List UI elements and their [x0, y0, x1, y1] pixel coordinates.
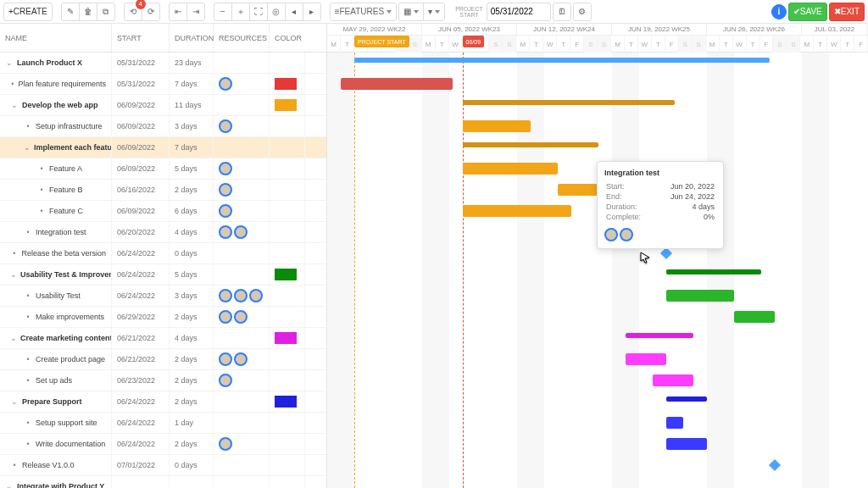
task-bar[interactable] — [666, 438, 707, 450]
table-row[interactable]: ⌄Develop the web app06/09/202211 days — [0, 95, 326, 116]
settings-button[interactable]: ⚙ — [573, 3, 592, 21]
avatar-icon — [234, 310, 248, 324]
col-duration[interactable]: DURATION — [170, 24, 214, 52]
task-bar[interactable] — [558, 184, 598, 196]
day-cell: T — [747, 36, 760, 53]
cell-duration: 0 days — [170, 243, 214, 263]
save-button[interactable]: ✔ SAVE — [788, 3, 827, 21]
task-bar[interactable] — [666, 290, 734, 302]
table-row[interactable]: •Create product page06/21/20222 days — [0, 349, 326, 370]
day-cell: T — [720, 36, 733, 53]
table-row[interactable]: ⌄Usability Test & Improvement06/24/20225… — [0, 264, 326, 286]
summary-bar[interactable] — [666, 396, 707, 402]
table-row[interactable]: ⌄Launch Product X05/31/202223 days — [0, 53, 326, 74]
day-cell: M — [327, 36, 341, 53]
table-row[interactable]: •Feature B06/16/20222 days — [0, 180, 326, 201]
info-button[interactable]: i — [771, 4, 787, 19]
chevron-down-icon[interactable]: ⌄ — [10, 334, 17, 342]
table-row[interactable]: ⌄Prepare Support06/24/20222 days — [0, 391, 326, 413]
bullet-icon: • — [37, 186, 46, 194]
task-name: Set up ads — [36, 376, 72, 385]
task-bar[interactable] — [463, 163, 558, 175]
day-cell: W — [638, 36, 652, 53]
table-row[interactable]: ⌄Integrate with Product Y — [0, 476, 326, 488]
cell-start: 06/24/2022 — [112, 391, 170, 412]
summary-bar[interactable] — [666, 269, 761, 274]
view-grid-button[interactable]: ▦ — [398, 3, 424, 21]
table-row[interactable]: •Setup support site06/24/20221 day — [0, 413, 326, 434]
milestone[interactable] — [769, 459, 781, 471]
table-row[interactable]: •Feature A06/09/20225 days — [0, 158, 326, 180]
table-row[interactable]: ⌄Implement each features06/09/20227 days — [0, 137, 326, 158]
chevron-down-icon[interactable]: ⌄ — [5, 482, 14, 488]
table-row[interactable]: •Make improvements06/29/20222 days — [0, 307, 326, 328]
task-bar[interactable] — [463, 120, 531, 132]
table-row[interactable]: •Release the beta version06/24/20220 day… — [0, 243, 326, 264]
summary-bar[interactable] — [626, 333, 693, 338]
prev-button[interactable]: ◂ — [285, 3, 303, 21]
col-resources[interactable]: RESOURCES — [214, 24, 270, 52]
chevron-down-icon[interactable]: ⌄ — [10, 101, 19, 109]
chevron-down-icon[interactable]: ⌄ — [10, 270, 17, 279]
day-cell: F — [570, 36, 584, 53]
indent-button[interactable]: ⇥ — [186, 3, 205, 21]
calendar-button[interactable]: 🗓 — [553, 3, 571, 21]
cell-duration: 2 days — [170, 434, 214, 454]
table-row[interactable]: •Set up ads06/23/20222 days — [0, 370, 326, 391]
delete-button[interactable]: 🗑 — [79, 3, 97, 21]
filter-button[interactable]: ▾ — [423, 3, 445, 21]
cell-duration: 5 days — [170, 264, 214, 285]
project-start-date-input[interactable] — [487, 3, 551, 21]
zoom-in-button[interactable]: ＋ — [231, 3, 250, 21]
edit-button[interactable]: ✎ — [61, 3, 80, 21]
cell-color — [270, 349, 305, 369]
summary-bar[interactable] — [463, 142, 598, 147]
table-row[interactable]: ⌄Create marketing contents06/21/20224 da… — [0, 328, 326, 349]
day-cell: S — [489, 36, 503, 53]
col-start[interactable]: START — [112, 24, 170, 52]
task-bar[interactable] — [463, 205, 571, 217]
table-row[interactable]: •Write documentation06/24/20222 days — [0, 434, 326, 455]
fit-button[interactable]: ⛶ — [249, 3, 268, 21]
next-button[interactable]: ▸ — [303, 3, 321, 21]
task-bar[interactable] — [666, 417, 683, 429]
chevron-down-icon[interactable]: ⌄ — [5, 58, 14, 67]
milestone[interactable] — [660, 247, 672, 259]
table-row[interactable]: •Release V1.0.007/01/20220 days — [0, 455, 326, 476]
create-button[interactable]: + CREATE — [3, 3, 53, 21]
table-row[interactable]: •Feature C06/09/20226 days — [0, 201, 326, 222]
color-swatch — [275, 332, 297, 344]
cell-name: •Plan feature requirements — [0, 74, 112, 94]
chevron-down-icon[interactable]: ⌄ — [10, 397, 19, 406]
day-cell: W — [449, 36, 463, 53]
exit-button[interactable]: ✖ EXIT — [829, 3, 865, 21]
summary-bar[interactable] — [354, 58, 770, 63]
week-label: JUN 12, 2022 WK24 — [517, 24, 612, 36]
chevron-down-icon[interactable]: ⌄ — [24, 143, 31, 152]
table-row[interactable]: •Plan feature requirements05/31/20227 da… — [0, 74, 326, 95]
copy-button[interactable]: ⧉ — [97, 3, 115, 21]
focus-button[interactable]: ◎ — [267, 3, 286, 21]
cell-name: •Set up ads — [0, 370, 112, 391]
zoom-out-button[interactable]: − — [214, 3, 232, 21]
avatar-icon — [219, 77, 232, 91]
col-color[interactable]: COLOR — [270, 24, 305, 52]
task-name: Write documentation — [36, 440, 105, 448]
task-bar[interactable] — [653, 374, 693, 386]
task-bar[interactable] — [626, 353, 666, 365]
gantt-view: MAY 29, 2022 WK22JUN 05, 2022 WK23JUN 12… — [327, 24, 868, 488]
task-bar[interactable] — [734, 311, 775, 323]
table-row[interactable]: •Setup infrastructure06/09/20223 days — [0, 116, 326, 137]
table-row[interactable]: •Usability Test06/24/20223 days — [0, 286, 326, 307]
color-swatch — [275, 396, 297, 408]
outdent-button[interactable]: ⇤ — [169, 3, 187, 21]
cell-name: •Feature B — [0, 180, 112, 200]
table-row[interactable]: •Integration test06/20/20224 days — [0, 222, 326, 243]
col-name[interactable]: NAME — [0, 24, 112, 52]
cell-resources — [214, 180, 270, 200]
bullet-icon: • — [10, 80, 14, 88]
task-bar[interactable] — [341, 78, 453, 90]
cell-start: 06/09/2022 — [112, 116, 170, 136]
summary-bar[interactable] — [463, 100, 675, 105]
features-button[interactable]: ≡ FEATURES — [330, 3, 397, 21]
